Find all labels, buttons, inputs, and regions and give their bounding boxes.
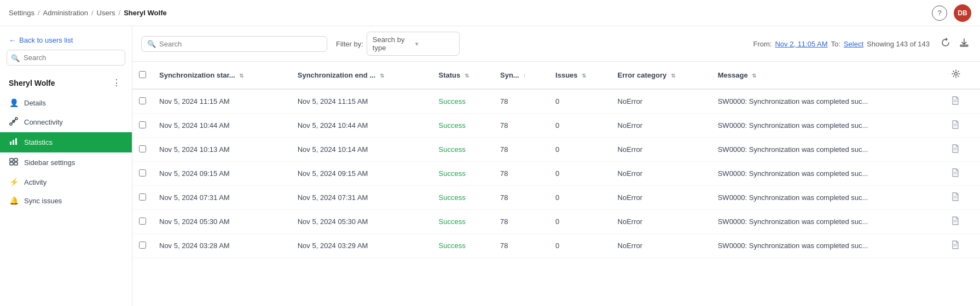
from-date-link[interactable]: Nov 2, 11:05 AM [775, 40, 827, 48]
th-status[interactable]: Status ⇅ [432, 62, 494, 89]
th-syn[interactable]: Syn... ↑ [494, 62, 549, 89]
sidebar-item-details[interactable]: 👤 Details [0, 93, 132, 112]
sidebar-item-statistics[interactable]: Statistics [0, 132, 132, 152]
cell-doc-4 [943, 186, 980, 210]
cell-message-2: SW0000: Synchronization was completed su… [711, 138, 943, 162]
sidebar-item-label-statistics: Statistics [24, 138, 53, 146]
row-doc-button-3[interactable] [949, 167, 961, 180]
download-button[interactable] [957, 36, 971, 52]
cell-status-5: Success [432, 210, 494, 234]
breadcrumb-users[interactable]: Users [97, 9, 115, 17]
th-sync-start[interactable]: Synchronization star... ⇅ [153, 62, 291, 89]
row-checkbox-0[interactable] [139, 97, 146, 104]
row-doc-button-2[interactable] [949, 143, 961, 156]
cell-sync-start-5: Nov 5, 2024 05:30 AM [153, 210, 291, 234]
from-label: From: [753, 40, 772, 48]
cell-sync-end-3: Nov 5, 2024 09:15 AM [291, 162, 432, 186]
help-button[interactable]: ? [932, 5, 947, 21]
content-area: 🔍 Filter by: Search by type ▼ From: Nov … [132, 26, 980, 306]
sidebar-item-sidebar-settings[interactable]: Sidebar settings [0, 152, 132, 173]
svg-rect-8 [10, 162, 13, 165]
cell-syn-2: 78 [494, 138, 549, 162]
sidebar-item-label-activity: Activity [24, 178, 47, 186]
table-settings-button[interactable] [949, 67, 962, 83]
row-checkbox-5[interactable] [139, 217, 146, 225]
to-date-link[interactable]: Select [844, 40, 863, 48]
cell-sync-start-4: Nov 5, 2024 07:31 AM [153, 186, 291, 210]
svg-point-1 [15, 117, 18, 120]
sidebar-user-menu-button[interactable]: ⋮ [110, 76, 123, 89]
main-search-input[interactable] [159, 40, 321, 48]
cell-error-category-1: NoError [611, 114, 711, 138]
sidebar-item-label-sync-issues: Sync issues [24, 197, 62, 205]
cell-message-0: SW0000: Synchronization was completed su… [711, 89, 943, 114]
connectivity-icon [9, 117, 19, 127]
sidebar-item-activity[interactable]: ⚡ Activity [0, 173, 132, 191]
table-row: Nov 5, 2024 07:31 AM Nov 5, 2024 07:31 A… [132, 186, 980, 210]
sidebar-item-connectivity[interactable]: Connectivity [0, 112, 132, 132]
sort-icon-syn: ↑ [523, 73, 526, 79]
row-doc-button-4[interactable] [949, 191, 961, 204]
sort-icon-sync-end: ⇅ [380, 73, 384, 79]
details-icon: 👤 [9, 98, 19, 107]
filter-type-select[interactable]: Search by type ▼ [367, 32, 460, 56]
row-checkbox-4[interactable] [139, 193, 146, 201]
to-label: To: [831, 40, 840, 48]
date-range: From: Nov 2, 11:05 AM To: Select Showing… [753, 40, 930, 48]
cell-issues-6: 0 [549, 234, 611, 258]
cell-doc-0 [943, 89, 980, 114]
table-row: Nov 5, 2024 10:13 AM Nov 5, 2024 10:14 A… [132, 138, 980, 162]
back-to-users-link[interactable]: ← Back to users list [0, 33, 132, 50]
sort-icon-status: ⇅ [465, 73, 469, 79]
cell-error-category-4: NoError [611, 186, 711, 210]
cell-doc-1 [943, 114, 980, 138]
cell-sync-end-2: Nov 5, 2024 10:14 AM [291, 138, 432, 162]
table-row: Nov 5, 2024 10:44 AM Nov 5, 2024 10:44 A… [132, 114, 980, 138]
cell-sync-end-4: Nov 5, 2024 07:31 AM [291, 186, 432, 210]
row-checkbox-3[interactable] [139, 169, 146, 176]
toolbar-actions [938, 36, 971, 52]
svg-point-11 [954, 73, 957, 75]
table-row: Nov 5, 2024 09:15 AM Nov 5, 2024 09:15 A… [132, 162, 980, 186]
row-doc-button-5[interactable] [949, 215, 961, 228]
th-sync-end[interactable]: Synchronization end ... ⇅ [291, 62, 432, 89]
row-checkbox-2[interactable] [139, 145, 146, 152]
main-layout: ← Back to users list 🔍 Sheryl Wolfe ⋮ 👤 … [0, 26, 980, 306]
main-search-box[interactable]: 🔍 [141, 36, 327, 52]
cell-sync-start-1: Nov 5, 2024 10:44 AM [153, 114, 291, 138]
filter-type-value: Search by type [373, 36, 412, 52]
cell-doc-6 [943, 234, 980, 258]
cell-sync-end-0: Nov 5, 2024 11:15 AM [291, 89, 432, 114]
cell-issues-4: 0 [549, 186, 611, 210]
th-error-category[interactable]: Error category ⇅ [611, 62, 711, 89]
cell-syn-6: 78 [494, 234, 549, 258]
row-doc-button-0[interactable] [949, 95, 961, 108]
select-all-checkbox[interactable] [139, 71, 146, 78]
breadcrumb-administration[interactable]: Administration [43, 9, 88, 17]
row-checkbox-6[interactable] [139, 242, 146, 249]
th-message[interactable]: Message ⇅ [711, 62, 943, 89]
sort-icon-error-category: ⇅ [671, 73, 675, 79]
cell-status-1: Success [432, 114, 494, 138]
sync-table: Synchronization star... ⇅ Synchronizatio… [132, 62, 980, 258]
cell-status-0: Success [432, 89, 494, 114]
sidebar-search-input[interactable] [7, 50, 125, 66]
th-actions [943, 62, 980, 89]
row-checkbox-1[interactable] [139, 121, 146, 128]
row-doc-button-6[interactable] [949, 239, 961, 252]
cell-sync-end-1: Nov 5, 2024 10:44 AM [291, 114, 432, 138]
toolbar: 🔍 Filter by: Search by type ▼ From: Nov … [132, 26, 980, 62]
breadcrumb-current: Sheryl Wolfe [124, 9, 167, 17]
sep1: / [38, 9, 40, 17]
top-bar: Settings / Administration / Users / Sher… [0, 0, 980, 26]
avatar-button[interactable]: DB [954, 4, 971, 22]
sort-icon-issues: ⇅ [582, 73, 586, 79]
th-select-all [132, 62, 153, 89]
showing-count: Showing 143 of 143 [867, 40, 930, 48]
row-doc-button-1[interactable] [949, 119, 961, 132]
th-issues[interactable]: Issues ⇅ [549, 62, 611, 89]
refresh-button[interactable] [938, 36, 953, 52]
cell-sync-start-3: Nov 5, 2024 09:15 AM [153, 162, 291, 186]
sidebar-item-sync-issues[interactable]: 🔔 Sync issues [0, 191, 132, 210]
breadcrumb-settings[interactable]: Settings [9, 9, 34, 17]
